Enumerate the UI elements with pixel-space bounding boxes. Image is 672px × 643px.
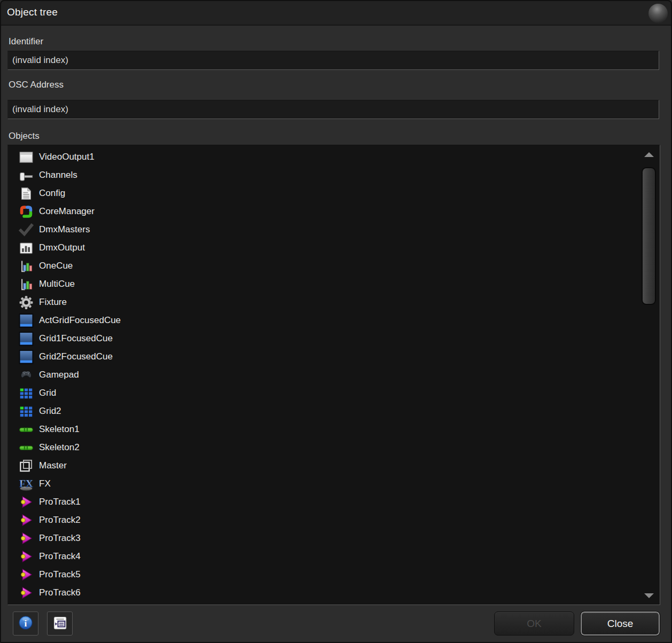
scrollbar[interactable] — [642, 150, 656, 600]
list-item-label: Skeleton1 — [39, 424, 80, 435]
list-item[interactable]: Grid2FocusedCue — [18, 348, 660, 366]
svg-text:FX: FX — [19, 477, 33, 489]
osc-address-label: OSC Address — [9, 80, 64, 90]
blue-cue-icon — [18, 349, 34, 364]
checkmark-icon — [18, 222, 34, 237]
skeleton-icon — [18, 440, 34, 455]
list-item-label: Grid2 — [39, 406, 61, 417]
list-item[interactable]: Grid1FocusedCue — [18, 330, 660, 348]
list-item-label: ProTrack6 — [39, 587, 81, 598]
object-tree-dialog: Object tree Identifier (invalid index) O… — [0, 0, 672, 643]
list-item[interactable]: Channels — [18, 166, 660, 184]
list-item-label: DmxOutput — [39, 242, 85, 253]
list-item[interactable]: ProTrack3 — [18, 529, 660, 547]
list-item[interactable]: Master — [18, 457, 660, 475]
scroll-down-button[interactable] — [642, 591, 656, 600]
window-orb-button[interactable] — [648, 4, 668, 23]
protrack-icon — [18, 603, 34, 605]
ok-button[interactable]: OK — [494, 611, 574, 636]
list-item-label: ProTrack3 — [39, 533, 81, 544]
scroll-thumb[interactable] — [642, 167, 656, 305]
list-item[interactable] — [18, 602, 660, 605]
list-item-label: MultiCue — [39, 279, 75, 289]
info-icon: i — [18, 615, 33, 632]
list-item[interactable]: OneCue — [18, 257, 660, 275]
list-item-label: Grid1FocusedCue — [39, 333, 113, 344]
protrack-icon — [18, 549, 34, 564]
list-item[interactable]: ActGridFocusedCue — [18, 311, 660, 330]
list-item-label: DmxMasters — [39, 224, 90, 235]
list-item[interactable]: MultiCue — [18, 275, 660, 293]
protrack-icon — [18, 531, 34, 546]
config-icon — [18, 186, 34, 201]
panel-button[interactable] — [47, 611, 73, 636]
list-item[interactable]: DmxOutput — [18, 239, 660, 257]
panel-icon — [52, 615, 67, 632]
bar-chart-box-icon — [18, 240, 34, 255]
list-item-label: OneCue — [39, 261, 73, 271]
info-button[interactable]: i — [13, 611, 38, 636]
list-item[interactable]: Skeleton1 — [18, 420, 660, 438]
list-item-label: Config — [39, 188, 65, 199]
grid-icon — [18, 386, 34, 401]
list-item[interactable]: ProTrack1 — [18, 493, 660, 511]
blue-cue-icon — [18, 313, 34, 328]
osc-address-field[interactable]: (invalid index) — [7, 100, 659, 119]
list-item-label: ProTrack4 — [39, 551, 81, 562]
list-item[interactable]: DmxMasters — [18, 221, 660, 239]
list-item[interactable]: Config — [18, 184, 660, 202]
cue-bars-icon — [18, 277, 34, 292]
list-item-label: ActGridFocusedCue — [39, 315, 121, 326]
fx-icon: FX — [18, 476, 34, 491]
list-item-label: Grid — [39, 388, 56, 398]
video-output-icon — [18, 150, 34, 164]
list-item[interactable]: ProTrack5 — [18, 566, 660, 584]
gear-icon — [18, 295, 34, 310]
protrack-icon — [18, 585, 34, 600]
dialog-title: Object tree — [7, 6, 58, 18]
list-item-label: ProTrack2 — [39, 515, 81, 526]
list-item-label: FX — [39, 479, 51, 489]
list-item[interactable]: ProTrack2 — [18, 511, 660, 529]
protrack-icon — [18, 495, 34, 509]
objects-list[interactable]: VideoOutput1ChannelsConfigCoreManagerDmx… — [7, 145, 660, 605]
scroll-down-icon — [644, 593, 654, 598]
list-item[interactable]: Grid — [18, 384, 660, 402]
list-item[interactable]: CoreManager — [18, 202, 660, 221]
titlebar: Object tree — [0, 0, 672, 26]
list-item-label: ProTrack1 — [39, 497, 81, 507]
objects-label: Objects — [9, 131, 40, 142]
list-item[interactable]: Gamepad — [18, 366, 660, 384]
list-item-label: CoreManager — [39, 206, 95, 217]
cue-bars-icon — [18, 258, 34, 273]
list-item-label: Grid2FocusedCue — [39, 351, 113, 362]
channels-icon — [18, 168, 34, 183]
list-item[interactable]: Grid2 — [18, 402, 660, 420]
list-item[interactable]: ProTrack6 — [18, 584, 660, 602]
list-item[interactable]: Skeleton2 — [18, 438, 660, 457]
identifier-field[interactable]: (invalid index) — [7, 51, 659, 70]
master-icon — [18, 458, 34, 473]
list-item-label: Channels — [39, 170, 77, 181]
list-item-label: VideoOutput1 — [39, 152, 95, 162]
scroll-up-icon — [644, 152, 654, 157]
list-item-label: Master — [39, 460, 67, 471]
list-item-label: Fixture — [39, 297, 67, 308]
skeleton-icon — [18, 422, 34, 437]
list-item[interactable]: ProTrack4 — [18, 547, 660, 566]
grid-icon — [18, 404, 34, 419]
scroll-up-button[interactable] — [642, 150, 656, 159]
gamepad-icon — [18, 367, 34, 382]
list-item-label: Skeleton2 — [39, 442, 80, 453]
protrack-icon — [18, 513, 34, 528]
list-item[interactable]: VideoOutput1 — [18, 148, 660, 166]
list-item-label: ProTrack5 — [39, 569, 81, 580]
svg-text:i: i — [25, 618, 27, 629]
list-item[interactable]: FXFX — [18, 475, 660, 493]
list-item-label: Gamepad — [39, 370, 79, 380]
core-manager-icon — [18, 204, 34, 219]
list-item[interactable]: Fixture — [18, 293, 660, 311]
protrack-icon — [18, 567, 34, 582]
blue-cue-icon — [18, 331, 34, 346]
close-button[interactable]: Close — [581, 611, 660, 636]
